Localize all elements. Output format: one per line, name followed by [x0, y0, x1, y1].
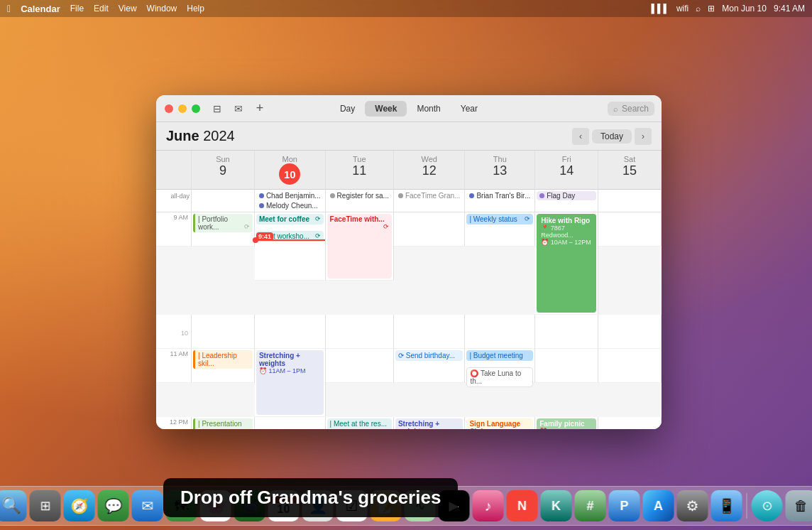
cell-thu-9am[interactable]: | Weekly status⟳: [465, 212, 535, 247]
dock-messages[interactable]: 💬: [98, 490, 129, 521]
dock-news[interactable]: N: [507, 490, 538, 521]
event-leadership[interactable]: | Leadership skil...: [193, 350, 253, 369]
allday-wed: FaceTime Gran...: [394, 190, 465, 212]
cell-thu-11am[interactable]: | Budget meeting ⭕ Take Luna to th...: [465, 349, 535, 383]
dock-launchpad[interactable]: ⊞: [30, 490, 61, 521]
maximize-button[interactable]: [192, 104, 200, 113]
dock-appstore[interactable]: A: [643, 490, 674, 521]
close-button[interactable]: [165, 104, 173, 113]
event-take-luna[interactable]: ⭕ Take Luna to th...: [466, 367, 533, 387]
dock-iphone-mirroring[interactable]: 📱: [711, 490, 742, 521]
cell-fri-12pm[interactable]: Family picnic ⏰ 12 – 3PM: [535, 417, 598, 429]
dock-trash[interactable]: 🗑: [786, 490, 813, 521]
cell-mon-12pm[interactable]: [255, 417, 326, 429]
cell-thu-10am[interactable]: [465, 315, 535, 349]
cell-wed-9am[interactable]: [394, 212, 465, 247]
event-presentation-p[interactable]: | Presentation p...: [193, 418, 253, 429]
cell-fri-11am[interactable]: [535, 349, 598, 383]
cell-mon-10am[interactable]: [255, 315, 326, 349]
time-12pm: 12 PM: [156, 417, 192, 429]
view-menu[interactable]: View: [119, 4, 137, 13]
event-tooltip: Drop off Grandma's groceries: [163, 478, 458, 517]
event-facetime-with[interactable]: FaceTime with...⟳: [327, 214, 392, 278]
cell-wed-12pm[interactable]: Stretching + weights 11AM – 1PM: [394, 417, 465, 429]
control-center-icon[interactable]: ⊞: [708, 4, 715, 13]
cell-sun-10am[interactable]: [192, 315, 255, 349]
search-input[interactable]: Search: [622, 104, 649, 114]
cell-sun-9am[interactable]: | Portfolio work...⟳: [192, 212, 255, 247]
cell-sun-11am[interactable]: | Leadership skil...: [192, 349, 255, 383]
event-hike-rigo[interactable]: Hike with Rigo 📍 7867 Redwood... ⏰ 10AM …: [537, 214, 596, 313]
cell-sun-12pm[interactable]: | Presentation p...: [192, 417, 255, 429]
dock-separator: [747, 493, 747, 519]
titlebar-actions: ⊟ ✉ +: [210, 102, 267, 116]
dock-mail[interactable]: ✉: [132, 490, 163, 521]
help-menu[interactable]: Help: [187, 4, 204, 13]
event-portfolio-sun[interactable]: | Portfolio work...⟳: [193, 214, 253, 232]
tab-day[interactable]: Day: [330, 101, 365, 117]
dock-pages[interactable]: P: [609, 490, 640, 521]
dock-finder[interactable]: 🔍: [0, 490, 27, 521]
calendar-window: ⊟ ✉ + Day Week Month Year ⌕ Search June …: [156, 95, 662, 429]
allday-event-brian[interactable]: Brian Tran's Bir...: [466, 191, 533, 200]
tab-year[interactable]: Year: [451, 101, 488, 117]
cell-mon-9am[interactable]: Meet for coffee⟳ Artist worksho...⟳ 9:41: [255, 212, 326, 281]
next-button[interactable]: ›: [635, 128, 652, 145]
edit-menu[interactable]: Edit: [94, 4, 109, 13]
menu-bar:  Calendar File Edit View Window Help ▌▌…: [0, 0, 812, 17]
event-budget-meeting[interactable]: | Budget meeting: [466, 350, 533, 361]
dock-accessibility[interactable]: ⊙: [752, 490, 783, 521]
event-meet-coffee[interactable]: Meet for coffee⟳: [256, 214, 324, 225]
cell-wed-10am[interactable]: [394, 315, 465, 349]
dock-safari[interactable]: 🧭: [64, 490, 95, 521]
event-stretching-mon[interactable]: Stretching + weights ⏰ 11AM – 1PM: [256, 350, 324, 415]
cell-fri-10am[interactable]: [535, 315, 598, 349]
today-button[interactable]: Today: [592, 129, 632, 144]
event-weekly-status[interactable]: | Weekly status⟳: [466, 214, 533, 225]
event-meet-restaurant[interactable]: | Meet at the res...⟳: [327, 418, 392, 429]
allday-mon: Chad Benjamin... Melody Cheun...: [255, 190, 326, 212]
minimize-button[interactable]: [178, 104, 187, 113]
window-menu[interactable]: Window: [147, 4, 177, 13]
prev-button[interactable]: ‹: [572, 128, 589, 145]
search-icon[interactable]: ⌕: [696, 4, 701, 13]
allday-event-melody[interactable]: Melody Cheun...: [256, 201, 324, 210]
cell-sat-9am[interactable]: [598, 212, 662, 247]
cell-tue-12pm[interactable]: | Meet at the res...⟳: [326, 417, 394, 429]
file-menu[interactable]: File: [70, 4, 84, 13]
cell-fri-9am[interactable]: Hike with Rigo 📍 7867 Redwood... ⏰ 10AM …: [535, 212, 598, 315]
search-area[interactable]: ⌕ Search: [608, 102, 654, 116]
event-stretching-wed[interactable]: Stretching + weights 11AM – 1PM: [395, 418, 463, 429]
cell-tue-11am[interactable]: [326, 349, 394, 383]
allday-event-facetime-gran[interactable]: FaceTime Gran...: [395, 191, 463, 200]
add-event-button[interactable]: +: [253, 102, 267, 116]
time: 9:41 AM: [774, 4, 805, 13]
dock-music[interactable]: ♪: [473, 490, 504, 521]
cell-wed-11am[interactable]: ⟳ Send birthday...: [394, 349, 465, 383]
cell-sat-10am[interactable]: [598, 315, 662, 349]
cell-tue-10am[interactable]: [326, 315, 394, 349]
event-family-picnic[interactable]: Family picnic ⏰ 12 – 3PM: [537, 418, 596, 429]
tab-week[interactable]: Week: [365, 101, 407, 117]
window-titlebar: ⊟ ✉ + Day Week Month Year ⌕ Search: [156, 95, 662, 122]
menu-bar-right: ▌▌▌ wifi ⌕ ⊞ Mon Jun 10 9:41 AM: [651, 4, 805, 13]
cell-tue-9am[interactable]: FaceTime with...⟳: [326, 212, 394, 281]
cell-mon-11am[interactable]: Stretching + weights ⏰ 11AM – 1PM: [255, 349, 326, 417]
event-send-birthday[interactable]: ⟳ Send birthday...: [395, 350, 463, 361]
allday-event-register[interactable]: Register for sa...: [327, 191, 392, 200]
cell-thu-12pm[interactable]: Sign Language Club ⏰ 12 – 2PM: [465, 417, 535, 429]
app-menu[interactable]: Calendar: [21, 4, 60, 14]
sidebar-toggle-icon[interactable]: ⊟: [210, 102, 224, 116]
tab-month[interactable]: Month: [407, 101, 450, 117]
dock-numbers[interactable]: #: [575, 490, 606, 521]
apple-menu[interactable]: : [7, 3, 11, 14]
allday-event-flagday[interactable]: Flag Day: [537, 191, 596, 200]
dock-keynote[interactable]: K: [541, 490, 572, 521]
event-sign-language[interactable]: Sign Language Club ⏰ 12 – 2PM: [466, 418, 533, 429]
dock-settings[interactable]: ⚙: [677, 490, 708, 521]
day-header-fri: Fri 14: [535, 151, 598, 190]
cell-sat-11am[interactable]: [598, 349, 662, 383]
cell-sat-12pm[interactable]: [598, 417, 662, 429]
allday-event-chad[interactable]: Chad Benjamin...: [256, 191, 324, 200]
inbox-icon[interactable]: ✉: [231, 102, 246, 116]
